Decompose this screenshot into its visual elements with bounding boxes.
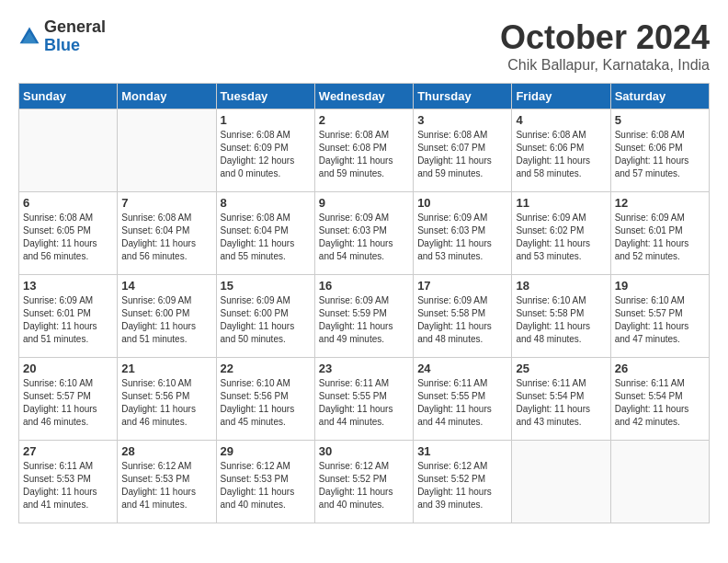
calendar-cell: 12Sunrise: 6:09 AM Sunset: 6:01 PM Dayli… — [610, 192, 709, 275]
day-number: 3 — [417, 113, 507, 127]
day-info: Sunrise: 6:10 AM Sunset: 5:56 PM Dayligh… — [121, 377, 211, 429]
day-info: Sunrise: 6:08 AM Sunset: 6:07 PM Dayligh… — [417, 129, 507, 180]
day-number: 19 — [615, 279, 705, 293]
day-info: Sunrise: 6:08 AM Sunset: 6:06 PM Dayligh… — [516, 129, 606, 180]
day-info: Sunrise: 6:11 AM Sunset: 5:54 PM Dayligh… — [615, 377, 705, 429]
calendar-cell: 26Sunrise: 6:11 AM Sunset: 5:54 PM Dayli… — [610, 358, 709, 441]
calendar-cell: 21Sunrise: 6:10 AM Sunset: 5:56 PM Dayli… — [118, 358, 216, 441]
calendar-cell — [118, 109, 216, 192]
calendar-cell: 4Sunrise: 6:08 AM Sunset: 6:06 PM Daylig… — [512, 109, 610, 192]
day-number: 6 — [23, 196, 113, 210]
day-info: Sunrise: 6:08 AM Sunset: 6:09 PM Dayligh… — [221, 129, 311, 180]
day-info: Sunrise: 6:09 AM Sunset: 6:01 PM Dayligh… — [23, 294, 113, 346]
logo-icon — [18, 26, 40, 48]
day-info: Sunrise: 6:12 AM Sunset: 5:52 PM Dayligh… — [319, 460, 409, 511]
day-number: 27 — [23, 444, 113, 458]
day-number: 16 — [319, 279, 409, 293]
day-number: 29 — [221, 444, 311, 458]
day-info: Sunrise: 6:08 AM Sunset: 6:04 PM Dayligh… — [221, 212, 311, 263]
calendar-cell — [610, 441, 709, 523]
day-number: 28 — [121, 444, 211, 458]
day-number: 22 — [221, 362, 311, 375]
day-number: 13 — [23, 279, 113, 293]
day-number: 23 — [319, 362, 409, 375]
weekday-header-saturday: Saturday — [610, 84, 709, 109]
day-number: 11 — [516, 196, 606, 210]
weekday-header-tuesday: Tuesday — [216, 84, 314, 109]
calendar-cell — [19, 109, 118, 192]
weekday-header-friday: Friday — [512, 84, 610, 109]
logo: General Blue — [18, 18, 106, 55]
calendar-cell — [512, 441, 610, 523]
day-number: 5 — [615, 113, 705, 127]
day-number: 26 — [615, 362, 705, 375]
day-info: Sunrise: 6:12 AM Sunset: 5:53 PM Dayligh… — [121, 460, 211, 511]
day-info: Sunrise: 6:10 AM Sunset: 5:56 PM Dayligh… — [221, 377, 311, 429]
day-number: 2 — [319, 113, 409, 127]
calendar-cell: 14Sunrise: 6:09 AM Sunset: 6:00 PM Dayli… — [118, 275, 216, 358]
weekday-header-wednesday: Wednesday — [314, 84, 413, 109]
month-title: October 2024 — [500, 18, 710, 57]
day-info: Sunrise: 6:11 AM Sunset: 5:55 PM Dayligh… — [417, 377, 507, 429]
calendar-cell: 2Sunrise: 6:08 AM Sunset: 6:08 PM Daylig… — [314, 109, 413, 192]
day-info: Sunrise: 6:11 AM Sunset: 5:54 PM Dayligh… — [516, 377, 606, 429]
day-info: Sunrise: 6:09 AM Sunset: 6:03 PM Dayligh… — [319, 212, 409, 263]
day-info: Sunrise: 6:11 AM Sunset: 5:53 PM Dayligh… — [23, 460, 113, 511]
day-number: 8 — [221, 196, 311, 210]
location-subtitle: Chik Ballapur, Karnataka, India — [500, 57, 710, 74]
calendar-cell: 23Sunrise: 6:11 AM Sunset: 5:55 PM Dayli… — [314, 358, 413, 441]
day-number: 4 — [516, 113, 606, 127]
calendar-cell: 1Sunrise: 6:08 AM Sunset: 6:09 PM Daylig… — [216, 109, 314, 192]
day-number: 30 — [319, 444, 409, 458]
calendar-week-row: 1Sunrise: 6:08 AM Sunset: 6:09 PM Daylig… — [19, 109, 710, 192]
calendar-cell: 15Sunrise: 6:09 AM Sunset: 6:00 PM Dayli… — [216, 275, 314, 358]
day-number: 24 — [417, 362, 507, 375]
day-number: 31 — [417, 444, 507, 458]
day-info: Sunrise: 6:09 AM Sunset: 6:01 PM Dayligh… — [615, 212, 705, 263]
day-info: Sunrise: 6:12 AM Sunset: 5:53 PM Dayligh… — [221, 460, 311, 511]
weekday-header-monday: Monday — [118, 84, 216, 109]
day-info: Sunrise: 6:08 AM Sunset: 6:08 PM Dayligh… — [319, 129, 409, 180]
day-number: 14 — [121, 279, 211, 293]
page-header: General Blue October 2024 Chik Ballapur,… — [18, 18, 710, 74]
calendar-cell: 7Sunrise: 6:08 AM Sunset: 6:04 PM Daylig… — [118, 192, 216, 275]
day-number: 20 — [23, 362, 113, 375]
calendar-cell: 31Sunrise: 6:12 AM Sunset: 5:52 PM Dayli… — [414, 441, 512, 523]
calendar-cell: 24Sunrise: 6:11 AM Sunset: 5:55 PM Dayli… — [414, 358, 512, 441]
day-info: Sunrise: 6:12 AM Sunset: 5:52 PM Dayligh… — [417, 460, 507, 511]
calendar-cell: 8Sunrise: 6:08 AM Sunset: 6:04 PM Daylig… — [216, 192, 314, 275]
day-info: Sunrise: 6:08 AM Sunset: 6:04 PM Dayligh… — [121, 212, 211, 263]
logo-blue: Blue — [44, 37, 106, 55]
calendar-cell: 19Sunrise: 6:10 AM Sunset: 5:57 PM Dayli… — [610, 275, 709, 358]
day-info: Sunrise: 6:11 AM Sunset: 5:55 PM Dayligh… — [319, 377, 409, 429]
day-number: 18 — [516, 279, 606, 293]
logo-general: General — [44, 18, 106, 37]
day-info: Sunrise: 6:09 AM Sunset: 6:03 PM Dayligh… — [417, 212, 507, 263]
calendar-cell: 28Sunrise: 6:12 AM Sunset: 5:53 PM Dayli… — [118, 441, 216, 523]
calendar-week-row: 6Sunrise: 6:08 AM Sunset: 6:05 PM Daylig… — [19, 192, 710, 275]
day-info: Sunrise: 6:09 AM Sunset: 5:59 PM Dayligh… — [319, 294, 409, 346]
title-area: October 2024 Chik Ballapur, Karnataka, I… — [500, 18, 710, 74]
calendar-cell: 25Sunrise: 6:11 AM Sunset: 5:54 PM Dayli… — [512, 358, 610, 441]
day-info: Sunrise: 6:10 AM Sunset: 5:58 PM Dayligh… — [516, 294, 606, 346]
day-info: Sunrise: 6:09 AM Sunset: 6:02 PM Dayligh… — [516, 212, 606, 263]
calendar-cell: 17Sunrise: 6:09 AM Sunset: 5:58 PM Dayli… — [414, 275, 512, 358]
calendar-cell: 9Sunrise: 6:09 AM Sunset: 6:03 PM Daylig… — [314, 192, 413, 275]
calendar-cell: 29Sunrise: 6:12 AM Sunset: 5:53 PM Dayli… — [216, 441, 314, 523]
day-info: Sunrise: 6:09 AM Sunset: 6:00 PM Dayligh… — [221, 294, 311, 346]
calendar-cell: 16Sunrise: 6:09 AM Sunset: 5:59 PM Dayli… — [314, 275, 413, 358]
day-number: 21 — [121, 362, 211, 375]
calendar-table: SundayMondayTuesdayWednesdayThursdayFrid… — [18, 83, 710, 523]
calendar-cell: 27Sunrise: 6:11 AM Sunset: 5:53 PM Dayli… — [19, 441, 118, 523]
day-number: 15 — [221, 279, 311, 293]
calendar-cell: 5Sunrise: 6:08 AM Sunset: 6:06 PM Daylig… — [610, 109, 709, 192]
day-number: 10 — [417, 196, 507, 210]
day-info: Sunrise: 6:08 AM Sunset: 6:06 PM Dayligh… — [615, 129, 705, 180]
logo-text: General Blue — [44, 18, 106, 55]
day-info: Sunrise: 6:09 AM Sunset: 6:00 PM Dayligh… — [121, 294, 211, 346]
calendar-cell: 20Sunrise: 6:10 AM Sunset: 5:57 PM Dayli… — [19, 358, 118, 441]
day-number: 1 — [221, 113, 311, 127]
calendar-cell: 10Sunrise: 6:09 AM Sunset: 6:03 PM Dayli… — [414, 192, 512, 275]
day-number: 25 — [516, 362, 606, 375]
day-info: Sunrise: 6:08 AM Sunset: 6:05 PM Dayligh… — [23, 212, 113, 263]
